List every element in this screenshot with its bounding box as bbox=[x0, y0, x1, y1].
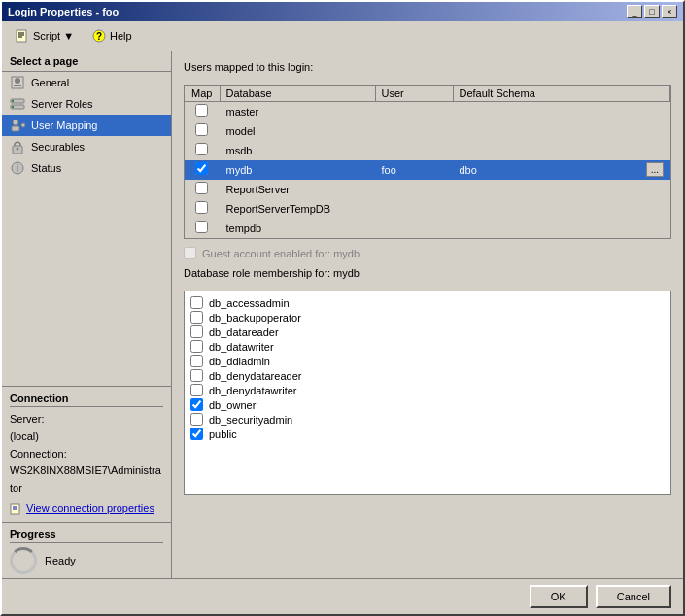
sidebar-label-server-roles: Server Roles bbox=[31, 98, 93, 110]
connection-title: Connection bbox=[10, 391, 163, 407]
role-item: db_backupoperator bbox=[188, 310, 667, 325]
schema-value: dbo bbox=[460, 164, 477, 176]
role-label: db_datawriter bbox=[209, 341, 274, 353]
sidebar-item-server-roles[interactable]: Server Roles bbox=[2, 93, 171, 115]
role-label: db_backupoperator bbox=[209, 312, 301, 324]
role-checkbox[interactable] bbox=[190, 340, 203, 353]
close-button[interactable]: × bbox=[662, 5, 677, 18]
row-checkbox-cell[interactable] bbox=[185, 102, 220, 121]
progress-status: Ready bbox=[45, 555, 76, 566]
row-checkbox-cell[interactable] bbox=[185, 180, 220, 199]
col-header-user: User bbox=[375, 86, 453, 102]
users-table-body: mastermodelmsdbmydbfoodbo...ReportServer… bbox=[185, 102, 670, 238]
sidebar-item-status[interactable]: i Status bbox=[2, 157, 171, 179]
script-label: Script bbox=[33, 30, 60, 42]
svg-point-7 bbox=[15, 78, 20, 84]
role-checkbox[interactable] bbox=[190, 296, 203, 309]
minimize-button[interactable]: _ bbox=[627, 5, 642, 18]
role-label: public bbox=[209, 428, 237, 440]
table-row[interactable]: ReportServerTempDB bbox=[185, 199, 670, 219]
row-checkbox[interactable] bbox=[195, 123, 208, 136]
title-bar-buttons: _ □ × bbox=[627, 5, 677, 18]
row-checkbox[interactable] bbox=[195, 221, 208, 233]
role-checkbox[interactable] bbox=[190, 355, 203, 367]
row-database: master bbox=[220, 102, 375, 121]
guest-account-checkbox[interactable] bbox=[184, 247, 196, 259]
row-schema bbox=[453, 219, 670, 238]
role-checkbox[interactable] bbox=[190, 398, 203, 411]
sidebar-label-securables: Securables bbox=[31, 141, 85, 153]
view-connection-link[interactable]: View connection properties bbox=[10, 500, 163, 518]
script-button[interactable]: Script ▼ bbox=[8, 25, 81, 47]
row-database: tempdb bbox=[220, 219, 375, 238]
sidebar-item-securables[interactable]: Securables bbox=[2, 136, 171, 157]
row-schema bbox=[453, 102, 670, 121]
ok-button[interactable]: OK bbox=[530, 585, 588, 608]
help-label: Help bbox=[110, 30, 132, 42]
guest-account-row: Guest account enabled for: mydb bbox=[184, 247, 671, 259]
row-checkbox[interactable] bbox=[195, 182, 208, 194]
table-row[interactable]: ReportServer bbox=[185, 180, 670, 199]
role-label: db_ddladmin bbox=[209, 356, 270, 367]
svg-text:?: ? bbox=[96, 31, 102, 42]
window-title: Login Properties - foo bbox=[8, 6, 119, 17]
role-checkbox[interactable] bbox=[190, 384, 203, 396]
role-checkbox[interactable] bbox=[190, 413, 203, 426]
svg-point-13 bbox=[13, 120, 18, 125]
role-item: db_securityadmin bbox=[188, 412, 667, 427]
role-checkbox[interactable] bbox=[190, 428, 203, 440]
maximize-button[interactable]: □ bbox=[644, 5, 660, 18]
row-schema: dbo... bbox=[453, 160, 670, 180]
help-button[interactable]: ? Help bbox=[85, 25, 139, 47]
server-roles-icon bbox=[10, 96, 25, 112]
sidebar-item-user-mapping[interactable]: User Mapping bbox=[2, 115, 171, 136]
cancel-button[interactable]: Cancel bbox=[596, 585, 671, 608]
main-window: Login Properties - foo _ □ × Script ▼ ? … bbox=[0, 0, 685, 616]
row-checkbox[interactable] bbox=[195, 104, 208, 117]
role-label: db_denydatawriter bbox=[209, 385, 297, 396]
toolbar: Script ▼ ? Help bbox=[2, 21, 683, 51]
svg-point-16 bbox=[21, 123, 25, 127]
role-checkbox[interactable] bbox=[190, 325, 203, 338]
view-connection-text: View connection properties bbox=[26, 500, 154, 518]
status-icon: i bbox=[10, 160, 25, 176]
table-row[interactable]: model bbox=[185, 121, 670, 141]
row-database: model bbox=[220, 121, 375, 141]
sidebar-item-general[interactable]: General bbox=[2, 72, 171, 93]
table-row[interactable]: msdb bbox=[185, 141, 670, 160]
row-checkbox-cell[interactable] bbox=[185, 141, 220, 160]
server-label: Server: bbox=[10, 411, 163, 428]
row-checkbox-cell[interactable] bbox=[185, 199, 220, 219]
row-user bbox=[375, 219, 453, 238]
role-checkbox[interactable] bbox=[190, 369, 203, 382]
row-user bbox=[375, 180, 453, 199]
role-checkbox[interactable] bbox=[190, 311, 203, 324]
securables-icon bbox=[10, 139, 25, 154]
row-schema bbox=[453, 141, 670, 160]
table-row[interactable]: mydbfoodbo... bbox=[185, 160, 670, 180]
table-row[interactable]: master bbox=[185, 102, 670, 121]
table-row[interactable]: tempdb bbox=[185, 219, 670, 238]
script-dropdown-arrow[interactable]: ▼ bbox=[63, 30, 74, 42]
title-bar: Login Properties - foo _ □ × bbox=[2, 2, 683, 21]
users-table: Map Database User Default Schema masterm… bbox=[185, 86, 670, 238]
schema-browse-button[interactable]: ... bbox=[646, 162, 664, 177]
sidebar-label-user-mapping: User Mapping bbox=[31, 120, 97, 131]
row-checkbox[interactable] bbox=[195, 162, 208, 175]
role-item: db_datareader bbox=[188, 325, 667, 339]
col-header-database: Database bbox=[220, 86, 375, 102]
sidebar-section-title: Select a page bbox=[2, 51, 171, 72]
row-checkbox-cell[interactable] bbox=[185, 121, 220, 141]
row-checkbox-cell[interactable] bbox=[185, 160, 220, 180]
db-roles-label: Database role membership for: mydb bbox=[184, 267, 671, 279]
role-item: db_accessadmin bbox=[188, 295, 667, 310]
svg-rect-14 bbox=[12, 126, 19, 131]
row-checkbox-cell[interactable] bbox=[185, 219, 220, 238]
role-label: db_denydatareader bbox=[209, 370, 301, 382]
progress-section: Progress Ready bbox=[2, 522, 171, 578]
row-checkbox[interactable] bbox=[195, 143, 208, 155]
main-content: Select a page General bbox=[2, 51, 683, 578]
row-checkbox[interactable] bbox=[195, 201, 208, 214]
role-label: db_owner bbox=[209, 399, 256, 411]
row-schema bbox=[453, 180, 670, 199]
